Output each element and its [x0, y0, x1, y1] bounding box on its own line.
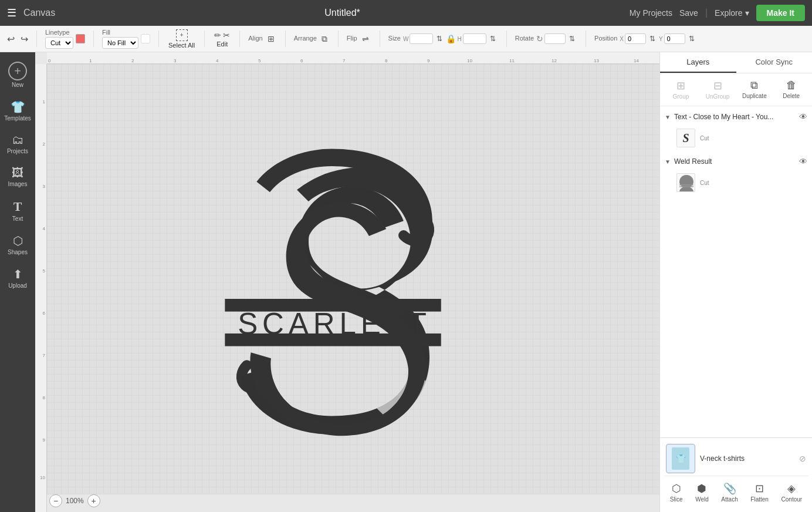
mat-hide-icon[interactable]: ⊘: [799, 454, 806, 463]
slice-action[interactable]: ⬡ Slice: [665, 480, 688, 505]
sidebar-item-upload[interactable]: ⬆ Upload: [0, 262, 35, 294]
attach-action[interactable]: 📎 Attach: [716, 480, 742, 505]
contour-action[interactable]: ◈ Contour: [777, 480, 807, 505]
bottom-actions: ⬡ Slice ⬢ Weld 📎 Attach ⊡ Flatten ◈ C: [664, 476, 808, 508]
sidebar-text-label: Text: [12, 215, 23, 222]
weld-action[interactable]: ⬢ Weld: [691, 480, 713, 505]
sidebar-item-projects[interactable]: 🗂 Projects: [0, 129, 35, 159]
edit-button[interactable]: ✏ ✂ Edit: [211, 29, 234, 49]
flip-label: Flip: [347, 35, 357, 42]
flip-button[interactable]: ⇌: [360, 33, 371, 45]
nav-right: My Projects Save | Explore ▾ Make It: [630, 5, 805, 21]
canvas-area[interactable]: 0 1 2 3 4 5 6 7 8 9 10 11 12 13 14 1 2 3…: [35, 52, 659, 512]
sidebar-projects-label: Projects: [7, 148, 28, 154]
lock-aspect-icon[interactable]: 🔒: [446, 34, 456, 43]
align-group: Align ⊞: [246, 33, 279, 45]
explore-button[interactable]: Explore ▾: [715, 8, 749, 18]
undo-button[interactable]: ↩: [5, 32, 17, 46]
redo-button[interactable]: ↪: [18, 32, 31, 46]
x-input[interactable]: [625, 33, 646, 44]
sidebar-item-templates[interactable]: 👕 Templates: [0, 95, 35, 126]
design-element[interactable]: SCARLETT: [217, 134, 452, 463]
select-all-label: Select All: [168, 42, 195, 49]
fill-select[interactable]: No Fill: [102, 37, 138, 49]
delete-action[interactable]: 🗑 Delete: [774, 77, 808, 102]
my-projects-link[interactable]: My Projects: [630, 8, 672, 18]
sidebar-item-text[interactable]: T Text: [0, 194, 35, 227]
y-input[interactable]: [664, 33, 685, 44]
duplicate-action[interactable]: ⧉ Duplicate: [737, 77, 772, 102]
x-stepper[interactable]: ⇅: [647, 33, 658, 44]
y-label: Y: [659, 36, 663, 42]
chevron-down-icon: ▾: [745, 8, 749, 18]
linetype-color-swatch[interactable]: [76, 34, 85, 43]
slice-label: Slice: [670, 496, 683, 503]
tab-layers[interactable]: Layers: [660, 52, 736, 73]
layer-2-chevron: ▼: [665, 159, 671, 165]
linetype-label: Linetype: [45, 29, 73, 36]
main-area: + New 👕 Templates 🗂 Projects 🖼 Images T …: [0, 52, 812, 512]
sidebar-item-new[interactable]: + New: [0, 57, 35, 93]
layer-1-visibility-icon[interactable]: 👁: [799, 112, 807, 122]
arrange-label: Arrange: [294, 35, 317, 42]
canvas-content[interactable]: SCARLETT: [47, 64, 659, 494]
size-group: Size W ⇅ 🔒 H ⇅: [386, 33, 500, 44]
width-stepper[interactable]: ⇅: [434, 33, 445, 44]
upload-icon: ⬆: [13, 267, 23, 281]
delete-label: Delete: [783, 93, 800, 99]
zoom-out-button[interactable]: −: [49, 494, 62, 507]
shirt-icon: 👕: [676, 454, 686, 463]
sidebar-item-shapes[interactable]: ⬡ Shapes: [0, 229, 35, 260]
zoom-in-button[interactable]: +: [87, 494, 100, 507]
w-label: W: [403, 36, 408, 42]
width-input[interactable]: [410, 33, 433, 44]
sidebar-images-label: Images: [8, 181, 28, 187]
layer-2-item[interactable]: Cut: [660, 170, 812, 196]
sidebar-item-images[interactable]: 🖼 Images: [0, 161, 35, 192]
align-label: Align: [248, 35, 262, 42]
fill-color-swatch[interactable]: [141, 34, 150, 43]
svg-text:SCARLETT: SCARLETT: [238, 307, 431, 341]
select-all-button[interactable]: + Select All: [165, 28, 198, 50]
toolbar-separator-7: [338, 31, 339, 47]
delete-icon: 🗑: [786, 79, 797, 92]
group-action[interactable]: ⊞ Group: [664, 77, 698, 102]
new-icon: +: [8, 62, 27, 80]
toolbar-separator-4: [204, 31, 205, 47]
toolbar-separator-8: [380, 31, 380, 47]
sidebar-new-label: New: [12, 82, 23, 88]
layer-1-item[interactable]: S Cut: [660, 125, 812, 151]
edit-label: Edit: [216, 41, 228, 48]
layer-1-type: Cut: [700, 135, 807, 142]
height-input[interactable]: [463, 33, 486, 44]
layer-group-1-header[interactable]: ▼ Text - Close to My Heart - You... 👁: [660, 109, 812, 125]
undo-redo-group: ↩ ↪: [5, 32, 31, 46]
linetype-select[interactable]: Cut: [45, 37, 73, 49]
toolbar-separator-2: [93, 31, 94, 47]
y-stepper[interactable]: ⇅: [686, 33, 697, 44]
text-icon: T: [13, 199, 22, 214]
rotate-stepper[interactable]: ⇅: [567, 33, 577, 44]
layer-2-name: Weld Result: [674, 157, 796, 166]
save-button[interactable]: Save: [679, 8, 698, 18]
flatten-action[interactable]: ⊡ Flatten: [746, 480, 773, 505]
arrange-button[interactable]: ⧉: [319, 33, 330, 45]
weld-icon: ⬢: [697, 482, 706, 495]
align-button[interactable]: ⊞: [265, 33, 277, 45]
toolbar-separator-5: [239, 31, 240, 47]
templates-icon: 👕: [11, 100, 25, 114]
topbar: ☰ Canvas Untitled* My Projects Save | Ex…: [0, 0, 812, 26]
tab-color-sync[interactable]: Color Sync: [736, 52, 813, 73]
rotate-input[interactable]: [544, 33, 566, 44]
x-label: X: [620, 36, 624, 42]
layer-group-2-header[interactable]: ▼ Weld Result 👁: [660, 153, 812, 170]
shapes-icon: ⬡: [13, 234, 23, 248]
toolbar-separator-1: [36, 31, 37, 47]
flatten-icon: ⊡: [755, 482, 764, 495]
layer-2-visibility-icon[interactable]: 👁: [799, 157, 807, 166]
ungroup-action[interactable]: ⊟ UnGroup: [701, 77, 735, 102]
menu-icon[interactable]: ☰: [7, 6, 16, 19]
height-stepper[interactable]: ⇅: [488, 33, 498, 44]
make-it-button[interactable]: Make It: [756, 5, 805, 21]
projects-icon: 🗂: [12, 133, 23, 147]
